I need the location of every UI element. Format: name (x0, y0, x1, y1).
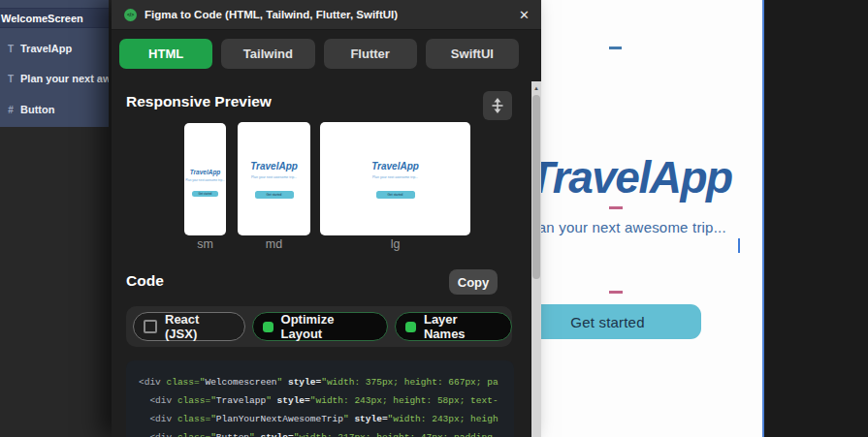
plugin-badge-icon: </> (124, 9, 137, 21)
layer-label: Plan your next aw (20, 73, 109, 84)
checkbox-checked-icon (263, 322, 273, 332)
preview-button-label: Get started (388, 193, 403, 197)
toggle-layer-names[interactable]: Layer Names (395, 312, 512, 341)
size-label-sm: sm (184, 237, 226, 251)
checkbox-checked-icon (405, 322, 416, 332)
preview-button: Get started (255, 191, 294, 199)
layer-label: Button (20, 104, 54, 115)
toggle-label: Optimize Layout (281, 312, 374, 341)
screen: WelcomeScreen T TravelApp T Plan your ne… (0, 0, 868, 437)
preview-button-label: Get started (199, 192, 212, 196)
preview-card-md: TravelApp Plan your next awesome trip...… (238, 122, 310, 235)
preview-button: Get started (192, 191, 218, 197)
close-icon[interactable]: ✕ (519, 0, 530, 29)
figma-canvas[interactable]: TravelApp Plan your next awesome trip...… (541, 0, 764, 437)
preview-title: TravelApp (250, 161, 298, 172)
preview-card-sm: TravelApp Plan your next awesome trip...… (184, 123, 226, 235)
canvas-get-started-button[interactable]: Get started (514, 304, 701, 339)
toggle-react-jsx[interactable]: React (JSX) (133, 312, 245, 341)
resize-preview-button[interactable] (483, 91, 512, 120)
preview-subtitle: Plan your next awesome trip... (251, 175, 297, 179)
output-language-tabs: HTML Tailwind Flutter SwiftUI (119, 39, 519, 69)
layer-row-travelapp[interactable]: T TravelApp (0, 39, 109, 58)
text-cursor (738, 238, 740, 253)
preview-title: TravelApp (371, 161, 419, 172)
preview-card-lg: TravelApp Plan your next awesome trip...… (320, 122, 470, 235)
preview-subtitle: Plan your next awesome trip... (185, 178, 224, 182)
layer-row-welcomescreen[interactable]: WelcomeScreen (0, 8, 109, 28)
canvas-dash-pink (609, 206, 623, 209)
layer-row-plan-text[interactable]: T Plan your next aw (0, 69, 109, 88)
layer-label-welcomescreen: WelcomeScreen (1, 13, 83, 24)
resize-vertical-icon (491, 98, 504, 113)
canvas-travelapp-title[interactable]: TravelApp (528, 151, 732, 203)
toggle-label: Layer Names (424, 312, 498, 341)
tab-flutter[interactable]: Flutter (324, 39, 417, 69)
figma-to-code-plugin-panel: </> Figma to Code (HTML, Tailwind, Flutt… (112, 0, 541, 437)
text-layer-icon: T (4, 74, 17, 84)
preview-button-label: Get started (267, 193, 282, 197)
preview-button: Get started (376, 191, 415, 199)
plugin-scrollbar[interactable]: ▲ (531, 81, 541, 437)
canvas-subtitle-text[interactable]: Plan your next awesome trip... (525, 219, 726, 235)
plugin-header[interactable]: </> Figma to Code (HTML, Tailwind, Flutt… (112, 0, 541, 30)
tab-html[interactable]: HTML (119, 39, 212, 69)
size-label-md: md (238, 237, 310, 251)
size-label-lg: lg (320, 237, 470, 251)
scroll-up-arrow-icon[interactable]: ▲ (531, 81, 541, 94)
tab-tailwind[interactable]: Tailwind (221, 39, 314, 69)
preview-title: TravelApp (190, 169, 221, 175)
layers-panel: WelcomeScreen T TravelApp T Plan your ne… (0, 0, 109, 127)
code-options-bar: React (JSX) Optimize Layout Layer Names (126, 306, 512, 347)
frame-icon: # (4, 105, 17, 115)
responsive-preview-heading: Responsive Preview (126, 93, 272, 110)
plugin-title: Figma to Code (HTML, Tailwind, Flutter, … (145, 9, 398, 20)
layer-row-button[interactable]: # Button (0, 100, 109, 119)
checkbox-unchecked-icon (144, 320, 157, 333)
layer-label: TravelApp (20, 43, 72, 54)
code-heading: Code (126, 272, 164, 290)
copy-button[interactable]: Copy (449, 269, 498, 295)
code-block[interactable]: <div class="Welcomescreen" style="width:… (126, 360, 514, 437)
canvas-dash-blue (609, 47, 622, 49)
scrollbar-thumb[interactable] (532, 95, 540, 279)
toggle-label: React (JSX) (165, 312, 232, 341)
toggle-optimize-layout[interactable]: Optimize Layout (252, 312, 388, 341)
preview-subtitle: Plan your next awesome trip... (372, 175, 418, 179)
canvas-dash-pink (609, 291, 623, 294)
text-layer-icon: T (4, 44, 17, 54)
canvas-get-started-label: Get started (570, 314, 644, 330)
tab-swiftui[interactable]: SwiftUI (426, 39, 519, 69)
